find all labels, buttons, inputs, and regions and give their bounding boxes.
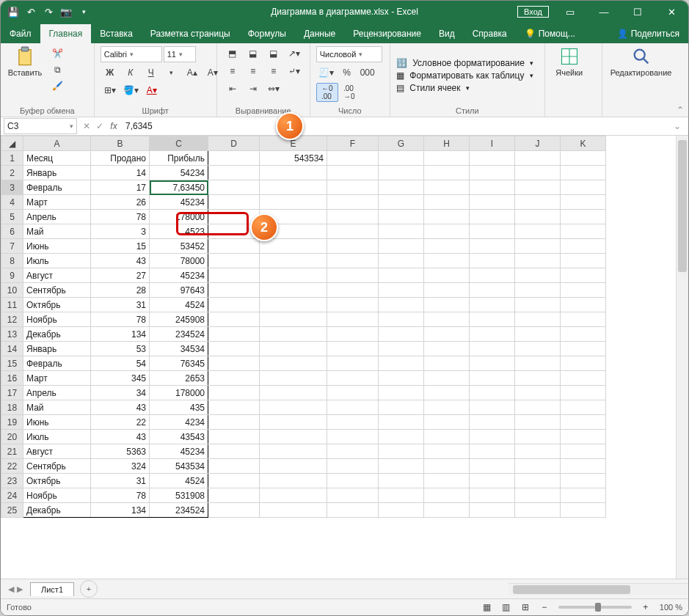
cell[interactable]: Октябрь — [23, 474, 91, 488]
cell[interactable] — [260, 386, 327, 400]
cell[interactable] — [260, 503, 327, 518]
cell[interactable] — [470, 356, 515, 371]
cell[interactable]: Февраль — [23, 180, 91, 195]
align-bottom-icon[interactable]: ⬓ — [264, 46, 283, 61]
cell[interactable] — [561, 356, 606, 371]
cell[interactable] — [379, 268, 424, 283]
cell[interactable] — [424, 386, 470, 400]
borders-icon[interactable]: ⊞▾ — [101, 83, 120, 98]
row-header[interactable]: 23 — [1, 474, 23, 488]
cell[interactable] — [379, 239, 424, 254]
cell[interactable]: 134 — [91, 503, 150, 518]
cell[interactable] — [208, 356, 260, 371]
cell[interactable]: 531908 — [150, 488, 208, 503]
cancel-icon[interactable]: ✕ — [80, 121, 93, 131]
cell[interactable] — [561, 474, 606, 488]
zoom-slider[interactable] — [558, 606, 632, 609]
close-icon[interactable]: ✕ — [655, 1, 688, 23]
sheet-nav-next-icon[interactable]: ▶ — [17, 584, 23, 594]
cell[interactable] — [561, 415, 606, 430]
cell[interactable] — [515, 283, 561, 298]
align-middle-icon[interactable]: ⬓ — [244, 46, 263, 61]
bold-button[interactable]: Ж — [101, 65, 120, 80]
row-header[interactable]: 2 — [1, 166, 23, 180]
cell[interactable]: Январь — [23, 342, 91, 356]
col-header[interactable]: B — [91, 136, 150, 151]
cell[interactable] — [424, 151, 470, 166]
row-header[interactable]: 8 — [1, 254, 23, 268]
cell[interactable]: Июнь — [23, 239, 91, 254]
cell[interactable] — [424, 459, 470, 474]
sheet-tab[interactable]: Лист1 — [30, 582, 74, 596]
cell[interactable] — [327, 283, 379, 298]
cell[interactable] — [379, 312, 424, 327]
merge-icon[interactable]: ⇔▾ — [264, 81, 283, 96]
horizontal-scrollbar[interactable] — [508, 583, 688, 595]
cell[interactable] — [208, 166, 260, 180]
tab-page-layout[interactable]: Разметка страницы — [142, 24, 239, 43]
cell[interactable] — [470, 254, 515, 268]
cell[interactable]: 27 — [91, 268, 150, 283]
cell[interactable] — [208, 503, 260, 518]
cell[interactable] — [561, 327, 606, 342]
cell[interactable] — [424, 268, 470, 283]
increase-decimal-icon[interactable]: ←0.00 — [316, 83, 338, 102]
cell[interactable] — [327, 356, 379, 371]
col-header[interactable]: H — [424, 136, 470, 151]
cell[interactable] — [260, 459, 327, 474]
cell[interactable] — [379, 386, 424, 400]
cells-button[interactable]: Ячейки — [551, 46, 588, 77]
redo-icon[interactable]: ↷ — [42, 5, 55, 18]
cell[interactable]: Декабрь — [23, 327, 91, 342]
cell[interactable] — [379, 488, 424, 503]
copy-icon[interactable]: ⧉ — [48, 62, 67, 77]
cell[interactable] — [515, 239, 561, 254]
cell[interactable] — [208, 268, 260, 283]
cell[interactable] — [260, 415, 327, 430]
cell[interactable]: 178000 — [150, 386, 208, 400]
expand-formula-icon[interactable]: ⌄ — [671, 121, 684, 131]
cell[interactable]: Май — [23, 400, 91, 415]
cell[interactable] — [327, 180, 379, 195]
increase-font-icon[interactable]: A▴ — [183, 65, 202, 80]
cell[interactable] — [561, 488, 606, 503]
collapse-ribbon-icon[interactable]: ⌃ — [677, 105, 684, 115]
cell[interactable] — [327, 254, 379, 268]
italic-button[interactable]: К — [121, 65, 140, 80]
cell[interactable] — [470, 166, 515, 180]
cell[interactable]: Месяц — [23, 151, 91, 166]
cell[interactable] — [327, 195, 379, 210]
row-header[interactable]: 1 — [1, 151, 23, 166]
cell[interactable] — [208, 239, 260, 254]
cell[interactable] — [379, 283, 424, 298]
share-button[interactable]: 👤Поделиться — [608, 24, 688, 43]
cell[interactable] — [561, 503, 606, 518]
cell[interactable]: Июль — [23, 254, 91, 268]
cell[interactable] — [515, 400, 561, 415]
cell[interactable] — [208, 151, 260, 166]
cell[interactable]: Ноябрь — [23, 312, 91, 327]
cell[interactable]: 4524 — [150, 474, 208, 488]
cell[interactable] — [327, 312, 379, 327]
zoom-out-icon[interactable]: − — [535, 600, 554, 615]
cell[interactable]: Август — [23, 268, 91, 283]
cell[interactable] — [260, 268, 327, 283]
cell[interactable] — [470, 327, 515, 342]
cell[interactable]: 234524 — [150, 503, 208, 518]
cell[interactable] — [327, 503, 379, 518]
row-header[interactable]: 7 — [1, 239, 23, 254]
cell[interactable] — [327, 474, 379, 488]
cell[interactable] — [515, 356, 561, 371]
cell[interactable] — [424, 224, 470, 239]
cell[interactable]: 54234 — [150, 166, 208, 180]
cell[interactable] — [424, 342, 470, 356]
cell[interactable] — [327, 430, 379, 444]
cell[interactable] — [470, 298, 515, 312]
cell[interactable] — [561, 430, 606, 444]
cell[interactable] — [327, 224, 379, 239]
cell[interactable]: 43 — [91, 254, 150, 268]
cell[interactable] — [561, 371, 606, 386]
cell[interactable] — [470, 474, 515, 488]
cell[interactable] — [561, 268, 606, 283]
add-sheet-icon[interactable]: + — [80, 580, 98, 598]
